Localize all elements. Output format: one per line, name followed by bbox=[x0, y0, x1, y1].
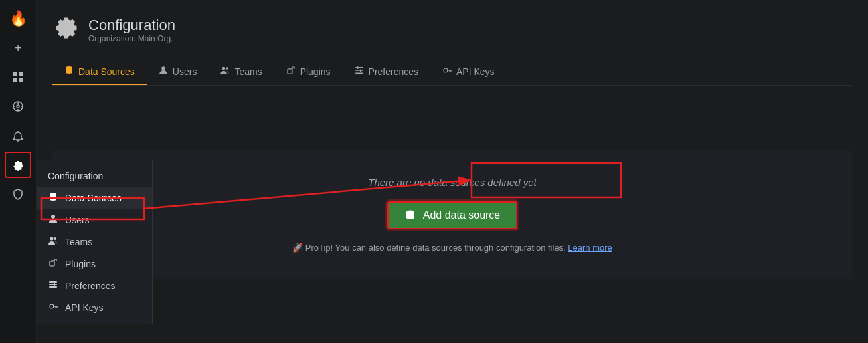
svg-point-22 bbox=[161, 66, 165, 70]
config-menu-title: Configuration bbox=[37, 166, 152, 187]
config-menu: Configuration Data Sources Users Teams P… bbox=[37, 160, 153, 324]
tab-api-keys-icon bbox=[442, 66, 452, 77]
svg-point-12 bbox=[50, 237, 54, 241]
sidebar-narrow: 🔥 + bbox=[0, 0, 37, 343]
preferences-icon bbox=[48, 280, 58, 291]
add-datasource-label: Add data source bbox=[423, 209, 501, 221]
svg-rect-27 bbox=[355, 70, 363, 71]
config-menu-preferences-label: Preferences bbox=[65, 281, 115, 291]
config-menu-api-keys[interactable]: API Keys bbox=[37, 296, 152, 318]
svg-rect-14 bbox=[50, 261, 54, 266]
page-title-row: Configuration Organization: Main Org. bbox=[52, 13, 852, 46]
config-menu-teams[interactable]: Teams bbox=[37, 231, 152, 253]
config-menu-data-sources-label: Data Sources bbox=[65, 193, 122, 203]
config-menu-plugins-label: Plugins bbox=[65, 259, 96, 269]
svg-point-5 bbox=[17, 105, 19, 108]
svg-rect-3 bbox=[19, 78, 23, 82]
tab-users-icon bbox=[159, 66, 168, 77]
svg-rect-0 bbox=[13, 72, 17, 76]
tab-plugins-icon bbox=[286, 66, 296, 77]
tab-preferences-label: Preferences bbox=[369, 66, 418, 77]
sidebar-explore[interactable] bbox=[5, 93, 31, 120]
tab-api-keys[interactable]: API Keys bbox=[430, 59, 507, 85]
tab-data-sources[interactable]: Data Sources bbox=[52, 59, 147, 85]
no-datasource-box: There are no data sources defined yet Ad… bbox=[52, 150, 852, 279]
svg-point-23 bbox=[222, 67, 226, 70]
sidebar-add[interactable]: + bbox=[5, 35, 31, 61]
svg-rect-1 bbox=[19, 72, 23, 76]
config-menu-preferences[interactable]: Preferences bbox=[37, 275, 152, 296]
svg-rect-18 bbox=[51, 281, 52, 283]
tab-preferences-icon bbox=[355, 66, 364, 77]
svg-rect-25 bbox=[288, 69, 292, 74]
config-menu-users[interactable]: Users bbox=[37, 209, 152, 231]
page-title: Configuration bbox=[88, 17, 175, 34]
config-menu-users-label: Users bbox=[65, 215, 90, 225]
svg-rect-16 bbox=[49, 284, 57, 285]
sidebar-alerts[interactable] bbox=[5, 122, 31, 149]
protip-main: ProTip! You can also define data sources… bbox=[305, 243, 566, 253]
tab-plugins[interactable]: Plugins bbox=[274, 59, 343, 85]
tab-users-label: Users bbox=[173, 66, 197, 77]
plugins-icon bbox=[48, 258, 58, 269]
svg-point-11 bbox=[51, 215, 55, 219]
tab-data-sources-icon bbox=[64, 66, 74, 77]
no-datasource-text: There are no data sources defined yet bbox=[368, 177, 537, 188]
main-content: Configuration Organization: Main Org. Da… bbox=[37, 0, 868, 343]
sidebar-logo[interactable]: 🔥 bbox=[5, 5, 31, 32]
sidebar-dashboards[interactable] bbox=[5, 64, 31, 90]
tab-teams[interactable]: Teams bbox=[209, 59, 274, 85]
tab-teams-label: Teams bbox=[234, 66, 262, 77]
svg-rect-29 bbox=[357, 66, 359, 69]
sidebar-config[interactable] bbox=[5, 152, 31, 178]
svg-point-31 bbox=[444, 68, 448, 72]
content-area: There are no data sources defined yet Ad… bbox=[37, 86, 868, 343]
tab-data-sources-label: Data Sources bbox=[78, 66, 135, 77]
title-text: Configuration Organization: Main Org. bbox=[88, 17, 175, 43]
svg-rect-19 bbox=[54, 283, 55, 286]
svg-point-24 bbox=[226, 67, 229, 70]
tab-teams-icon bbox=[220, 66, 230, 77]
tab-users[interactable]: Users bbox=[147, 59, 209, 85]
tab-api-keys-label: API Keys bbox=[456, 66, 495, 77]
sidebar-shield[interactable] bbox=[5, 181, 31, 207]
svg-rect-26 bbox=[355, 67, 363, 68]
svg-point-13 bbox=[54, 237, 56, 240]
users-icon bbox=[48, 214, 58, 225]
config-menu-teams-label: Teams bbox=[65, 237, 92, 247]
data-sources-icon bbox=[48, 192, 58, 203]
svg-rect-2 bbox=[13, 78, 17, 82]
svg-rect-28 bbox=[355, 73, 363, 74]
add-datasource-button[interactable]: Add data source bbox=[387, 201, 518, 229]
tab-preferences[interactable]: Preferences bbox=[343, 59, 430, 85]
api-keys-icon bbox=[48, 302, 58, 313]
page-gear-icon bbox=[52, 13, 79, 46]
learn-more-link[interactable]: Learn more bbox=[568, 243, 612, 253]
tab-plugins-label: Plugins bbox=[300, 66, 331, 77]
page-subtitle: Organization: Main Org. bbox=[88, 34, 175, 43]
protip-rocket: 🚀 bbox=[292, 243, 303, 253]
config-menu-api-keys-label: API Keys bbox=[65, 302, 104, 313]
tabs: Data Sources Users Teams Plugins bbox=[52, 59, 852, 86]
svg-point-20 bbox=[50, 304, 54, 308]
teams-icon bbox=[48, 236, 58, 247]
svg-rect-17 bbox=[49, 286, 57, 288]
config-menu-data-sources[interactable]: Data Sources bbox=[37, 187, 152, 209]
config-menu-plugins[interactable]: Plugins bbox=[37, 253, 152, 275]
svg-rect-15 bbox=[49, 281, 57, 283]
svg-rect-30 bbox=[360, 70, 361, 72]
page-header: Configuration Organization: Main Org. Da… bbox=[37, 0, 868, 86]
protip-text: 🚀 ProTip! You can also define data sourc… bbox=[292, 243, 612, 253]
